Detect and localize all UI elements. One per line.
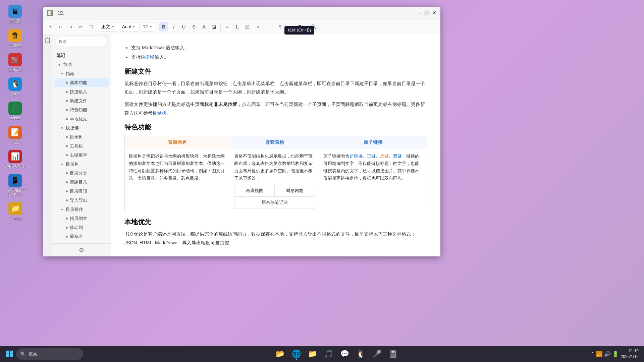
desktop-icon-joplin[interactable]: 🎵 Joplin — [2, 100, 29, 122]
note-sidebar-tab[interactable]: 📋 — [43, 34, 52, 256]
align-button[interactable]: ⬚ — [266, 22, 275, 32]
reverse-link: 反链 — [380, 154, 389, 159]
indent-button[interactable]: ⇥ — [253, 22, 262, 32]
taskbar-network-icon[interactable]: 📶 — [596, 351, 603, 357]
unordered-list-button[interactable]: ≡ — [222, 22, 232, 32]
tree-item-shortcuts[interactable]: ▼ 快捷键 — [54, 124, 109, 132]
tree-item-toc-category[interactable]: 目录分类 — [54, 169, 109, 178]
taskbar-app-folder[interactable]: 📁 — [305, 347, 320, 361]
forward-link[interactable]: 正链 — [367, 154, 376, 159]
tree-label-new-toc: 新建目录 — [70, 179, 87, 185]
table-header-rich-toc: 富目录树 — [125, 136, 230, 149]
tree-item-toc-ops[interactable]: ▼ 目录操作 — [54, 205, 109, 214]
undo-button[interactable]: ↩ — [56, 22, 65, 32]
tree-item-basic[interactable]: 基本功能 — [54, 78, 109, 87]
tree-label-context-menu: 右键菜单 — [70, 152, 87, 158]
taskbar-speaker-icon[interactable]: 🔊 — [604, 351, 611, 357]
text-style-dropdown[interactable]: 正文 ▼ — [99, 22, 119, 32]
maximize-button[interactable]: ⬜ — [424, 11, 429, 15]
taskbar-search-icon: 🔍 — [20, 351, 26, 357]
app-window: 📝 书立 － ⬜ ✕ ＋ ↩ ↪ ✂ ⬚ 正文 ▼ Arial ▼ — [43, 7, 440, 256]
size-dropdown[interactable]: 12 ▼ — [141, 22, 155, 32]
strikethrough-button[interactable]: S — [189, 22, 199, 32]
underline-button[interactable]: U — [179, 22, 189, 32]
divider-4 — [264, 23, 264, 31]
tree-item-help[interactable]: ▼ 帮助 — [54, 60, 109, 69]
tree-item-features[interactable]: 特色功能 — [54, 106, 109, 114]
highlight-color-button[interactable]: ◪ — [209, 22, 219, 32]
taskbar-app-shu[interactable]: 📓 — [386, 347, 400, 361]
double-link[interactable]: 双链 — [393, 154, 402, 159]
tree-item-guide[interactable]: ▼ 指南 — [54, 69, 109, 78]
para-local: 书立无论是客户端还是网页端，都提供完全的离线访问能力，数据保存在本地，支持导入导… — [124, 230, 427, 247]
note-tab-icon: 📋 — [44, 37, 51, 43]
svg-rect-1 — [10, 351, 13, 354]
tree-item-rename[interactable]: 重命名 — [54, 232, 109, 241]
content-area[interactable]: 支持 MarkDown 语法输入。 支持快捷键输入。 新建文件 鼠标悬停在目录树… — [111, 34, 440, 256]
bullet-point-1: 支持 MarkDown 语法输入。 — [131, 43, 427, 52]
table-cell-rich-toc: 目录树是笔记标题与大纲的树形映射，为标题大纲的添加富文本也即为目录树添加富文本。… — [125, 149, 230, 212]
tree-item-toc[interactable]: 目录树 — [54, 133, 109, 141]
tree-item-new-file[interactable]: 新建文件 — [54, 97, 109, 105]
para-format-button[interactable]: ¶ — [276, 22, 285, 32]
close-button[interactable]: ✕ — [432, 11, 436, 15]
desktop-icon-apps[interactable]: 🛒 应用工具 — [2, 52, 29, 73]
divider-1 — [97, 23, 97, 31]
taskbar-chevron-icon[interactable]: ⌃ — [590, 351, 595, 357]
tree-item-toc-section[interactable]: ▼ 目录树 — [54, 160, 109, 169]
tree-item-local-opt[interactable]: 本地优先 — [54, 115, 109, 123]
desktop-icon-qq[interactable]: 🐧 QQ — [2, 76, 29, 98]
taskbar-app-wechat[interactable]: 💬 — [337, 347, 352, 361]
table-row: 目录树是笔记标题与大纲的树形映射，为标题大纲的添加富文本也即为目录树添加富文本。… — [125, 149, 427, 212]
ordered-list-button[interactable]: 1. — [232, 22, 242, 32]
erase-button[interactable]: ⬚ — [86, 22, 95, 32]
taskbar-app-qq[interactable]: 🐧 — [354, 347, 368, 361]
tree-item-toc-absorb[interactable]: 目录吸顶 — [54, 187, 109, 196]
taskbar-right-area: ⌃ 📶 🔊 🔋 21:19 2025/1/12 — [590, 348, 641, 360]
minimize-button[interactable]: － — [417, 11, 422, 15]
hyperlink-link[interactable]: 超链接 — [350, 154, 363, 159]
sidebar-search-input[interactable] — [55, 37, 108, 46]
add-button[interactable]: ＋ — [46, 22, 55, 32]
font-dropdown[interactable]: Arial ▼ — [120, 22, 140, 32]
desktop-icon-shuli[interactable]: 📝 书立 — [2, 124, 29, 146]
desktop-icon-tencent[interactable]: 📱 腾讯应用宝·玩转手机软... — [2, 173, 29, 198]
tree-item-context-menu[interactable]: 右键菜单 — [54, 151, 109, 160]
tree-item-import-export[interactable]: 导入导出 — [54, 196, 109, 205]
taskbar-app-explorer[interactable]: 📂 — [273, 347, 288, 361]
desktop-icon-wps[interactable]: 📊 WPS Office — [2, 148, 29, 170]
desktop-icon-recycle[interactable]: 🗑 回收站 — [2, 27, 29, 49]
taskbar-app-edge[interactable]: 🌐 — [289, 347, 304, 361]
taskbar-app-tiktok[interactable]: 🎵 — [321, 347, 336, 361]
desktop-icon-config[interactable]: 📁 Config — [2, 200, 29, 222]
taskbar-time[interactable]: 21:19 2025/1/12 — [621, 348, 639, 360]
taskbar-system-icons: ⌃ 📶 🔊 🔋 — [590, 351, 619, 357]
section-title-features: 特色功能 — [124, 123, 427, 132]
desktop-icon-pc[interactable]: 🖥 此电脑 — [2, 3, 29, 25]
table-cell-nested-table: 表格不仅能结构化展示数据，也能用于页面布局，嵌套表格为复杂数据结构和复杂页面布局… — [230, 149, 319, 212]
tree-item-new-toc[interactable]: 新建目录 — [54, 178, 109, 187]
tree-item-toolbar2[interactable]: 工具栏 — [54, 142, 109, 150]
bold-button[interactable]: B — [159, 22, 168, 32]
tree-item-shortcut-input[interactable]: 快捷输入 — [54, 87, 109, 96]
shortcut-link[interactable]: 快捷键 — [141, 54, 155, 60]
table-header-nested-table: 嵌套表格 — [230, 136, 319, 149]
start-button[interactable] — [3, 347, 16, 361]
redo-button[interactable]: ↪ — [66, 22, 75, 32]
tree-label-toolbar2: 工具栏 — [70, 143, 83, 149]
cut-button[interactable]: ✂ — [76, 22, 85, 32]
font-color-button[interactable]: A — [199, 22, 209, 32]
taskbar-battery-icon[interactable]: 🔋 — [612, 351, 619, 357]
taskbar-date-value: 2025/1/12 — [621, 354, 639, 360]
italic-button[interactable]: I — [169, 22, 178, 32]
checklist-button[interactable]: ☑ — [243, 22, 252, 32]
tree-item-move[interactable]: 移动到 — [54, 223, 109, 232]
para-new-file-1: 鼠标悬停在目录树任一项，目录右侧出现菜单按钮，点击菜单出现菜单栏，点击新建菜单栏… — [124, 79, 427, 96]
taskbar-app-app9[interactable]: 🎤 — [370, 347, 384, 361]
section-title-local: 本地优先 — [124, 218, 427, 227]
toc-tree-link[interactable]: 目录树 — [153, 110, 167, 116]
taskbar-search-bar[interactable]: 🔍 搜索 — [16, 348, 83, 360]
settings-icon[interactable]: ⚙ — [79, 246, 84, 254]
tree-item-copy[interactable]: 拷贝副本 — [54, 214, 109, 223]
tree-label-import-export: 导入导出 — [70, 197, 87, 203]
